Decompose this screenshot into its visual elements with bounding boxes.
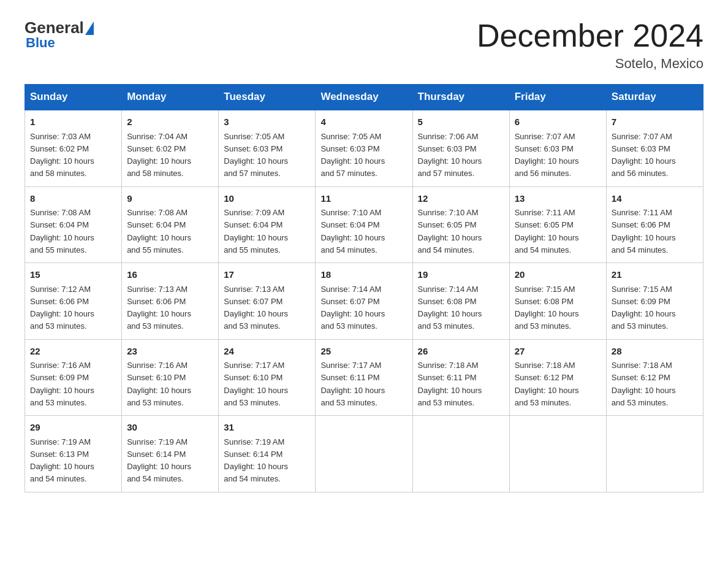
day-number: 5 — [418, 115, 504, 129]
day-sunrise: Sunrise: 7:19 AMSunset: 6:14 PMDaylight:… — [224, 437, 288, 484]
calendar-table: Sunday Monday Tuesday Wednesday Thursday… — [25, 84, 703, 492]
day-sunrise: Sunrise: 7:11 AMSunset: 6:06 PMDaylight:… — [612, 208, 676, 255]
col-saturday: Saturday — [606, 85, 703, 110]
table-row: 6 Sunrise: 7:07 AMSunset: 6:03 PMDayligh… — [509, 110, 606, 186]
col-sunday: Sunday — [25, 85, 122, 110]
col-tuesday: Tuesday — [219, 85, 316, 110]
day-sunrise: Sunrise: 7:17 AMSunset: 6:11 PMDaylight:… — [320, 361, 385, 407]
table-row: 17 Sunrise: 7:13 AMSunset: 6:07 PMDaylig… — [219, 263, 316, 340]
table-row — [412, 416, 509, 492]
day-number: 27 — [515, 345, 601, 359]
day-sunrise: Sunrise: 7:12 AMSunset: 6:06 PMDaylight:… — [30, 285, 94, 331]
table-row: 26 Sunrise: 7:18 AMSunset: 6:11 PMDaylig… — [412, 339, 509, 416]
calendar-week-row: 8 Sunrise: 7:08 AMSunset: 6:04 PMDayligh… — [25, 186, 703, 263]
table-row: 14 Sunrise: 7:11 AMSunset: 6:06 PMDaylig… — [606, 186, 703, 263]
table-row: 28 Sunrise: 7:18 AMSunset: 6:12 PMDaylig… — [606, 339, 703, 416]
day-number: 22 — [30, 345, 116, 359]
col-wednesday: Wednesday — [316, 85, 412, 110]
table-row: 5 Sunrise: 7:06 AMSunset: 6:03 PMDayligh… — [412, 110, 509, 186]
table-row: 18 Sunrise: 7:14 AMSunset: 6:07 PMDaylig… — [316, 263, 412, 340]
day-sunrise: Sunrise: 7:13 AMSunset: 6:06 PMDaylight:… — [127, 285, 191, 331]
logo: General Blue — [25, 18, 94, 51]
day-number: 19 — [418, 268, 504, 282]
table-row: 12 Sunrise: 7:10 AMSunset: 6:05 PMDaylig… — [412, 186, 509, 263]
day-sunrise: Sunrise: 7:10 AMSunset: 6:04 PMDaylight:… — [320, 208, 385, 255]
day-sunrise: Sunrise: 7:18 AMSunset: 6:12 PMDaylight:… — [612, 361, 676, 407]
day-number: 16 — [127, 268, 213, 282]
table-row: 19 Sunrise: 7:14 AMSunset: 6:08 PMDaylig… — [412, 263, 509, 340]
day-number: 29 — [30, 421, 116, 435]
day-number: 12 — [418, 192, 504, 206]
table-row: 20 Sunrise: 7:15 AMSunset: 6:08 PMDaylig… — [509, 263, 606, 340]
calendar-week-row: 1 Sunrise: 7:03 AMSunset: 6:02 PMDayligh… — [25, 110, 703, 186]
calendar-header-row: Sunday Monday Tuesday Wednesday Thursday… — [25, 85, 703, 110]
table-row — [316, 416, 412, 492]
day-sunrise: Sunrise: 7:07 AMSunset: 6:03 PMDaylight:… — [612, 132, 676, 178]
logo-triangle-icon — [85, 21, 94, 35]
day-sunrise: Sunrise: 7:05 AMSunset: 6:03 PMDaylight:… — [224, 132, 288, 178]
day-sunrise: Sunrise: 7:19 AMSunset: 6:13 PMDaylight:… — [30, 437, 94, 484]
day-sunrise: Sunrise: 7:06 AMSunset: 6:03 PMDaylight:… — [418, 132, 482, 178]
table-row: 2 Sunrise: 7:04 AMSunset: 6:02 PMDayligh… — [122, 110, 219, 186]
day-sunrise: Sunrise: 7:03 AMSunset: 6:02 PMDaylight:… — [30, 132, 94, 178]
day-number: 26 — [418, 345, 504, 359]
day-number: 3 — [224, 115, 310, 129]
day-number: 28 — [612, 345, 698, 359]
day-sunrise: Sunrise: 7:07 AMSunset: 6:03 PMDaylight:… — [515, 132, 579, 178]
day-sunrise: Sunrise: 7:09 AMSunset: 6:04 PMDaylight:… — [224, 208, 288, 255]
day-number: 21 — [612, 268, 698, 282]
day-number: 20 — [515, 268, 601, 282]
table-row: 8 Sunrise: 7:08 AMSunset: 6:04 PMDayligh… — [25, 186, 122, 263]
table-row: 16 Sunrise: 7:13 AMSunset: 6:06 PMDaylig… — [122, 263, 219, 340]
day-number: 10 — [224, 192, 310, 206]
day-number: 25 — [320, 345, 407, 359]
calendar-week-row: 22 Sunrise: 7:16 AMSunset: 6:09 PMDaylig… — [25, 339, 703, 416]
day-sunrise: Sunrise: 7:16 AMSunset: 6:09 PMDaylight:… — [30, 361, 94, 407]
calendar-week-row: 29 Sunrise: 7:19 AMSunset: 6:13 PMDaylig… — [25, 416, 703, 492]
table-row: 30 Sunrise: 7:19 AMSunset: 6:14 PMDaylig… — [122, 416, 219, 492]
logo-blue: Blue — [26, 35, 55, 51]
page-header: General Blue December 2024 Sotelo, Mexic… — [25, 18, 703, 72]
day-number: 8 — [30, 192, 116, 206]
day-number: 1 — [30, 115, 116, 129]
day-sunrise: Sunrise: 7:14 AMSunset: 6:07 PMDaylight:… — [320, 285, 385, 331]
day-number: 30 — [127, 421, 213, 435]
table-row: 27 Sunrise: 7:18 AMSunset: 6:12 PMDaylig… — [509, 339, 606, 416]
day-number: 11 — [320, 192, 407, 206]
day-number: 17 — [224, 268, 310, 282]
col-monday: Monday — [122, 85, 219, 110]
calendar-week-row: 15 Sunrise: 7:12 AMSunset: 6:06 PMDaylig… — [25, 263, 703, 340]
table-row: 23 Sunrise: 7:16 AMSunset: 6:10 PMDaylig… — [122, 339, 219, 416]
day-sunrise: Sunrise: 7:15 AMSunset: 6:08 PMDaylight:… — [515, 285, 579, 331]
day-sunrise: Sunrise: 7:13 AMSunset: 6:07 PMDaylight:… — [224, 285, 288, 331]
day-sunrise: Sunrise: 7:11 AMSunset: 6:05 PMDaylight:… — [515, 208, 579, 255]
title-block: December 2024 Sotelo, Mexico — [477, 18, 703, 72]
day-number: 9 — [127, 192, 213, 206]
day-sunrise: Sunrise: 7:04 AMSunset: 6:02 PMDaylight:… — [127, 132, 191, 178]
day-number: 23 — [127, 345, 213, 359]
col-thursday: Thursday — [412, 85, 509, 110]
table-row — [606, 416, 703, 492]
day-sunrise: Sunrise: 7:18 AMSunset: 6:12 PMDaylight:… — [515, 361, 579, 407]
table-row: 13 Sunrise: 7:11 AMSunset: 6:05 PMDaylig… — [509, 186, 606, 263]
page-title: December 2024 — [477, 18, 703, 53]
table-row: 22 Sunrise: 7:16 AMSunset: 6:09 PMDaylig… — [25, 339, 122, 416]
day-sunrise: Sunrise: 7:10 AMSunset: 6:05 PMDaylight:… — [418, 208, 482, 255]
day-sunrise: Sunrise: 7:08 AMSunset: 6:04 PMDaylight:… — [30, 208, 94, 255]
day-number: 13 — [515, 192, 601, 206]
day-number: 6 — [515, 115, 601, 129]
day-number: 7 — [612, 115, 698, 129]
day-sunrise: Sunrise: 7:17 AMSunset: 6:10 PMDaylight:… — [224, 361, 288, 407]
day-number: 31 — [224, 421, 310, 435]
day-number: 18 — [320, 268, 407, 282]
day-sunrise: Sunrise: 7:16 AMSunset: 6:10 PMDaylight:… — [127, 361, 191, 407]
col-friday: Friday — [509, 85, 606, 110]
day-sunrise: Sunrise: 7:18 AMSunset: 6:11 PMDaylight:… — [418, 361, 482, 407]
day-number: 24 — [224, 345, 310, 359]
table-row: 31 Sunrise: 7:19 AMSunset: 6:14 PMDaylig… — [219, 416, 316, 492]
table-row: 25 Sunrise: 7:17 AMSunset: 6:11 PMDaylig… — [316, 339, 412, 416]
day-number: 14 — [612, 192, 698, 206]
table-row: 3 Sunrise: 7:05 AMSunset: 6:03 PMDayligh… — [219, 110, 316, 186]
day-sunrise: Sunrise: 7:08 AMSunset: 6:04 PMDaylight:… — [127, 208, 191, 255]
table-row: 15 Sunrise: 7:12 AMSunset: 6:06 PMDaylig… — [25, 263, 122, 340]
